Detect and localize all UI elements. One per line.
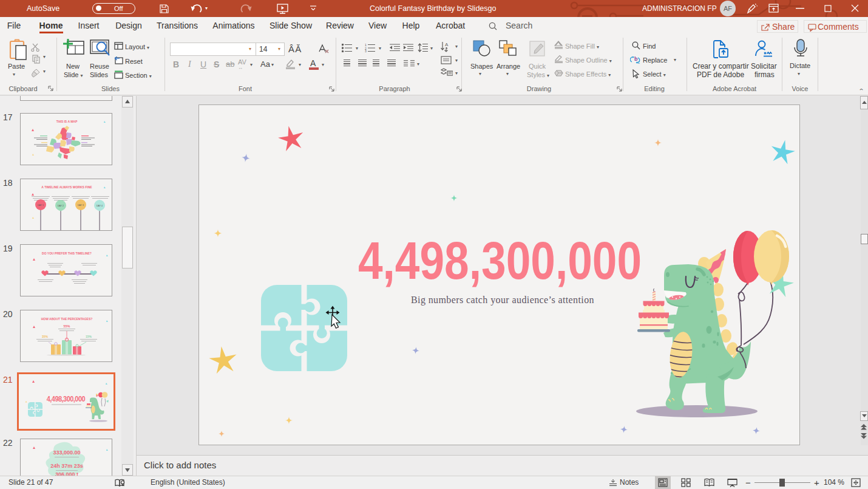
svg-text:c: c	[638, 60, 640, 64]
svg-text:333,000.00: 333,000.00	[53, 450, 80, 456]
svg-text:A: A	[445, 42, 449, 47]
svg-text:HOW ABOUT THE PERCENTAGES?: HOW ABOUT THE PERCENTAGES?	[41, 317, 93, 321]
svg-text:DAY 2: DAY 2	[58, 205, 64, 207]
svg-text:4,498,300,000: 4,498,300,000	[47, 395, 86, 403]
svg-text:306,000 t: 306,000 t	[55, 471, 78, 476]
svg-text:THIS IS A MAP: THIS IS A MAP	[56, 120, 78, 123]
svg-text:DO YOU PREFER THIS TIMELINE?: DO YOU PREFER THIS TIMELINE?	[42, 251, 92, 255]
svg-text:15%: 15%	[86, 335, 92, 338]
svg-text:35%: 35%	[42, 335, 49, 338]
svg-text:24h 37m 23s: 24h 37m 23s	[50, 463, 83, 469]
svg-text:DAY 4: DAY 4	[97, 205, 103, 207]
svg-text:DAY 3: DAY 3	[78, 204, 84, 207]
svg-text:3: 3	[365, 49, 367, 52]
svg-text:DAY 1: DAY 1	[38, 204, 44, 207]
svg-text:55%: 55%	[63, 324, 70, 328]
svg-text:A TIMELINE ALWAYS WORKS FINE: A TIMELINE ALWAYS WORKS FINE	[41, 185, 92, 189]
